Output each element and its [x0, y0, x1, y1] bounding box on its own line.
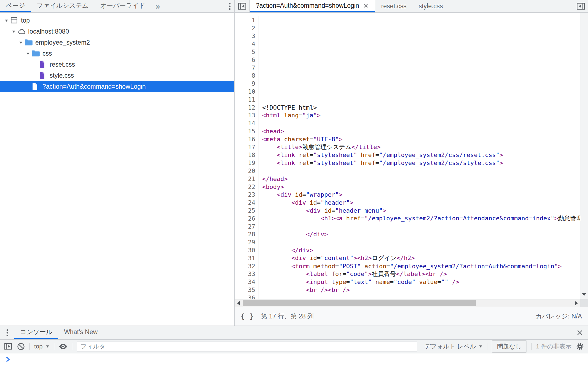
navigator-menu-button[interactable]: [229, 0, 231, 12]
tree-item[interactable]: localhost:8080: [0, 26, 234, 37]
sidebar-tab[interactable]: ファイルシステム: [31, 0, 94, 12]
line-number[interactable]: 20: [235, 167, 259, 175]
code-line-text: </div>: [259, 247, 313, 254]
code-line-text: </div>: [259, 231, 328, 238]
line-number[interactable]: 8: [235, 72, 259, 80]
console-prompt[interactable]: [5, 356, 11, 362]
code-editor[interactable]: 123456789101112<!DOCTYPE html>13<html la…: [235, 13, 588, 299]
code-line: 20: [235, 167, 588, 175]
drawer-tab[interactable]: コンソール: [14, 326, 58, 339]
line-number[interactable]: 24: [235, 199, 259, 207]
line-number[interactable]: 18: [235, 151, 259, 159]
sidebar-tab[interactable]: ページ: [0, 0, 31, 12]
scroll-left-button[interactable]: [235, 299, 242, 307]
editor-tab-label: ?action=Auth&command=showLogin: [256, 2, 359, 9]
code-line: 28 </div>: [235, 231, 588, 239]
line-number[interactable]: 36: [235, 294, 259, 299]
live-expression-eye-button[interactable]: [59, 343, 68, 350]
drawer-menu-button[interactable]: [0, 326, 14, 339]
tree-item-label: css: [42, 50, 52, 57]
horizontal-scrollbar-track[interactable]: [242, 299, 573, 307]
folder-icon: [31, 50, 42, 57]
disclosure-triangle-icon[interactable]: [17, 40, 24, 45]
line-number[interactable]: 2: [235, 24, 259, 32]
line-number[interactable]: 22: [235, 183, 259, 191]
clear-console-button[interactable]: [17, 342, 25, 351]
line-number[interactable]: 6: [235, 56, 259, 64]
line-number[interactable]: 25: [235, 207, 259, 215]
more-tabs-chevron[interactable]: »: [151, 0, 165, 12]
code-line: 35 <br /><br />: [235, 286, 588, 294]
console-messages-area[interactable]: [0, 353, 588, 387]
log-level-selector[interactable]: デフォルト レベル: [425, 342, 483, 351]
show-console-sidebar-button[interactable]: [4, 342, 12, 351]
code-line: 32 <form method="POST" action="/employee…: [235, 262, 588, 270]
line-number[interactable]: 30: [235, 246, 259, 254]
editor-tab[interactable]: ?action=Auth&command=showLogin: [249, 0, 375, 12]
line-number[interactable]: 28: [235, 231, 259, 239]
line-number[interactable]: 33: [235, 270, 259, 278]
tree-item-label: ?action=Auth&command=showLogin: [42, 83, 146, 90]
tree-item[interactable]: reset.css: [0, 59, 234, 70]
line-number[interactable]: 5: [235, 48, 259, 56]
code-line: 17 <title>勤怠管理システム</title>: [235, 143, 588, 151]
line-number[interactable]: 1: [235, 16, 259, 24]
line-number[interactable]: 19: [235, 159, 259, 167]
context-selector[interactable]: top: [34, 343, 50, 350]
line-number[interactable]: 15: [235, 127, 259, 135]
scroll-down-arrow-icon[interactable]: [582, 293, 586, 296]
close-drawer-button[interactable]: [571, 326, 588, 339]
line-number[interactable]: 29: [235, 238, 259, 246]
hide-navigator-button[interactable]: [235, 0, 249, 12]
line-number[interactable]: 3: [235, 32, 259, 40]
line-number[interactable]: 4: [235, 40, 259, 48]
close-tab-icon[interactable]: [363, 3, 369, 9]
editor-tab[interactable]: style.css: [413, 0, 449, 12]
navigator-sidebar: ページファイルシステムオーバーライド» toplocalhost:8080emp…: [0, 0, 235, 326]
line-number[interactable]: 32: [235, 262, 259, 270]
tree-item[interactable]: style.css: [0, 70, 234, 81]
sidebar-tab[interactable]: オーバーライド: [94, 0, 151, 12]
line-number[interactable]: 12: [235, 104, 259, 112]
panel-toggle-right-icon: [576, 2, 585, 11]
line-number[interactable]: 27: [235, 223, 259, 231]
disclosure-triangle-icon[interactable]: [3, 18, 10, 23]
disclosure-triangle-icon[interactable]: [24, 51, 31, 56]
horizontal-scrollbar-thumb[interactable]: [243, 300, 476, 306]
horizontal-scrollbar[interactable]: [235, 299, 588, 307]
line-number[interactable]: 23: [235, 191, 259, 199]
folder-icon: [24, 39, 35, 46]
line-number[interactable]: 14: [235, 119, 259, 127]
drawer-tab[interactable]: What's New: [58, 326, 103, 339]
line-number[interactable]: 34: [235, 278, 259, 286]
code-line: 2: [235, 24, 588, 32]
line-number[interactable]: 17: [235, 143, 259, 151]
tree-item[interactable]: css: [0, 48, 234, 59]
scroll-right-button[interactable]: [573, 299, 580, 307]
tree-item-label: top: [20, 17, 30, 24]
tree-item[interactable]: employee_system2: [0, 37, 234, 48]
pretty-print-button[interactable]: { }: [241, 313, 254, 320]
line-number[interactable]: 10: [235, 88, 259, 96]
tree-item[interactable]: ?action=Auth&command=showLogin: [0, 81, 234, 92]
line-number[interactable]: 21: [235, 175, 259, 183]
scrollbar-corner: [580, 299, 588, 307]
line-number[interactable]: 35: [235, 286, 259, 294]
line-number[interactable]: 11: [235, 96, 259, 104]
line-number[interactable]: 31: [235, 254, 259, 262]
code-line: 30 </div>: [235, 246, 588, 254]
line-number[interactable]: 9: [235, 80, 259, 88]
no-issues-button[interactable]: 問題なし: [492, 340, 527, 353]
console-settings-gear-button[interactable]: [576, 342, 584, 351]
editor-tab[interactable]: reset.css: [375, 0, 413, 12]
vertical-scrollbar[interactable]: [580, 13, 588, 299]
line-number[interactable]: 13: [235, 112, 259, 120]
line-number[interactable]: 16: [235, 135, 259, 143]
line-number[interactable]: 26: [235, 215, 259, 223]
console-filter-input[interactable]: [77, 342, 417, 351]
tree-item[interactable]: top: [0, 15, 234, 26]
disclosure-triangle-icon[interactable]: [10, 29, 17, 34]
line-number[interactable]: 7: [235, 64, 259, 72]
show-debugger-sidebar-button[interactable]: [573, 0, 588, 12]
code-line: 13<html lang="ja">: [235, 112, 588, 120]
